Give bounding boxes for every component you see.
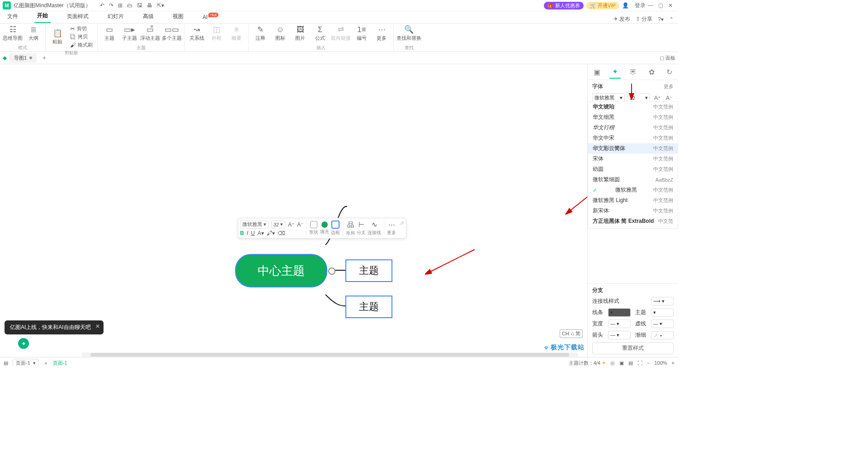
format-painter-button[interactable]: 🖌格式刷	[68, 41, 94, 49]
fb-highlight-button[interactable]: 🖍▾	[267, 230, 275, 236]
topic-color-select[interactable]: ▾	[651, 308, 674, 317]
fb-font-color-button[interactable]: A▾	[258, 230, 264, 236]
fb-clear-format-button[interactable]: ⌫	[278, 230, 285, 236]
close-icon[interactable]: ✕	[665, 2, 675, 9]
fb-underline-button[interactable]: U	[251, 230, 255, 236]
collapse-ribbon-icon[interactable]: ⌃	[669, 16, 674, 23]
fb-connector-button[interactable]: ∿连接线	[368, 221, 381, 236]
menu-file[interactable]: 文件	[5, 11, 21, 23]
relation-button[interactable]: ↝关系线	[188, 25, 206, 42]
font-option[interactable]: 方正姚体中文范例	[588, 226, 678, 229]
menu-slide[interactable]: 幻灯片	[105, 11, 127, 23]
sp-tab-topic-icon[interactable]: ▣	[591, 66, 603, 78]
font-option[interactable]: 新宋体中文范例	[588, 206, 678, 216]
save-icon[interactable]: 🖫	[137, 2, 142, 9]
fb-bold-button[interactable]: B	[240, 230, 244, 236]
page-label[interactable]: 页面-1	[53, 360, 67, 367]
fb-border-button[interactable]: 边框	[331, 221, 340, 236]
sb-fit-icon[interactable]: ▣	[619, 360, 624, 366]
undo-icon[interactable]: ↶	[100, 2, 104, 9]
font-option[interactable]: 华文中宋中文范例	[588, 133, 678, 143]
fb-fill-button[interactable]: 填充	[320, 221, 329, 235]
sb-format-icon[interactable]: ▤	[628, 360, 633, 366]
publish-button[interactable]: ✈ 发布	[613, 15, 630, 23]
fb-branch-button[interactable]: ⊢分支	[357, 221, 366, 236]
formula-button[interactable]: Σ公式	[311, 25, 329, 42]
fb-italic-button[interactable]: I	[247, 230, 248, 236]
center-topic-node[interactable]: 中心主题	[235, 254, 327, 287]
canvas[interactable]: 中心主题 主题 主题 主题 微软雅黑 ▾ 32 ▾ A⁺ A⁻ B I U A▾…	[0, 64, 587, 357]
menu-ai[interactable]: AIHot	[200, 12, 221, 23]
sp-tab-theme-icon[interactable]: ✿	[646, 66, 657, 78]
share-button[interactable]: ⇪ 分享	[636, 15, 652, 23]
panel-toggle-button[interactable]: ▢ 面板	[660, 55, 675, 61]
numbering-button[interactable]: 1≡编号	[353, 25, 371, 42]
fb-shape-button[interactable]: 形状	[309, 221, 318, 235]
decrease-font-icon[interactable]: A⁻	[665, 95, 674, 101]
fb-font-select[interactable]: 微软雅黑 ▾	[240, 220, 269, 229]
ai-fab-button[interactable]: ✦	[18, 338, 29, 349]
font-more-link[interactable]: 更多	[664, 83, 674, 90]
font-option[interactable]: 幼圆中文范例	[588, 164, 678, 174]
maximize-icon[interactable]: ▢	[656, 2, 665, 9]
font-option[interactable]: 华文彩云简体中文范例	[588, 143, 678, 154]
redo-icon[interactable]: ↷	[109, 2, 113, 9]
multi-topic-button[interactable]: ▭▭多个主题	[162, 25, 182, 42]
cut-button[interactable]: ✂剪切	[68, 25, 94, 33]
fb-more-button[interactable]: ⋯更多	[387, 221, 396, 236]
find-replace-button[interactable]: 🔍查找和替换	[396, 25, 421, 42]
login-button[interactable]: 👤 登录	[622, 2, 646, 9]
help-icon[interactable]: ?▾	[658, 16, 664, 23]
font-option[interactable]: 华文琥珀中文范例	[588, 102, 678, 112]
page-select[interactable]: 页面-1 ▾	[13, 359, 39, 367]
copy-button[interactable]: ⿻拷贝	[68, 33, 94, 41]
icon-button[interactable]: ☺图标	[271, 25, 289, 42]
conn-style-select[interactable]: ⟶ ▾	[651, 297, 674, 306]
zoom-in-button[interactable]: +	[672, 360, 675, 366]
promo-new-badge[interactable]: 🎁 新人优惠券	[544, 2, 584, 9]
fb-size-select[interactable]: 32 ▾	[271, 221, 285, 228]
line-dash-select[interactable]: — ▾	[651, 320, 674, 328]
font-option[interactable]: 微软繁细圆AaBbzZ	[588, 174, 678, 185]
zoom-out-button[interactable]: −	[647, 360, 650, 366]
promo-vip-badge[interactable]: 🛒 开通VIP	[586, 2, 619, 9]
add-tab-button[interactable]: ＋	[41, 54, 47, 62]
font-option[interactable]: ✓微软雅黑中文范例	[588, 185, 678, 195]
font-option[interactable]: 华文行楷中文范例	[588, 122, 678, 133]
sb-fullscreen-icon[interactable]: ⛶	[637, 360, 642, 366]
doc-tab-1[interactable]: 导图1	[9, 53, 37, 63]
fb-layout-button[interactable]: 品布局	[346, 221, 355, 236]
print-icon[interactable]: 🖶	[147, 2, 152, 9]
export-icon[interactable]: ⇱▾	[157, 2, 164, 9]
mode-outline-button[interactable]: ≣大纲	[24, 25, 42, 42]
line-width-select[interactable]: — ▾	[608, 320, 631, 328]
image-button[interactable]: 🖼图片	[291, 25, 309, 42]
reset-style-button[interactable]: 重置样式	[592, 342, 674, 354]
menu-page-style[interactable]: 页面样式	[64, 11, 91, 23]
subtopic-button[interactable]: ▭▸子主题	[120, 25, 138, 42]
font-dropdown-list[interactable]: 华文琥珀中文范例华文细黑中文范例华文行楷中文范例华文中宋中文范例华文彩云简体中文…	[588, 101, 678, 229]
minimize-icon[interactable]: —	[646, 2, 656, 9]
arrow-select[interactable]: — ▾	[608, 331, 631, 339]
topic-button[interactable]: ▭主题	[100, 25, 118, 42]
mode-mindmap-button[interactable]: ☷思维导图	[3, 25, 23, 42]
font-option[interactable]: 方正坦黑体 简 ExtraBold中文范	[588, 216, 678, 226]
sb-locate-icon[interactable]: ◎	[610, 360, 615, 366]
font-option[interactable]: 华文细黑中文范例	[588, 112, 678, 122]
new-icon[interactable]: ⊞	[118, 2, 123, 9]
sb-layers-icon[interactable]: ▤	[4, 360, 8, 366]
paste-button[interactable]: 📋粘贴	[48, 25, 66, 49]
line-color-select[interactable]: ▾	[608, 308, 631, 317]
increase-font-icon[interactable]: A⁺	[653, 95, 662, 101]
taper-select[interactable]: ⟋ ▾	[651, 331, 674, 339]
sp-tab-history-icon[interactable]: ↻	[664, 66, 675, 78]
toast-close-icon[interactable]: ✕	[95, 323, 100, 329]
menu-advanced[interactable]: 高级	[140, 11, 156, 23]
menu-start[interactable]: 开始	[34, 10, 51, 23]
horizontal-scrollbar[interactable]	[81, 352, 578, 357]
menu-view[interactable]: 视图	[170, 11, 186, 23]
font-option[interactable]: 微软雅黑 Light中文范例	[588, 195, 678, 206]
sub-topic-node-2[interactable]: 主题	[345, 296, 392, 318]
sub-topic-node-1[interactable]: 主题	[345, 259, 392, 282]
sb-add-page-button[interactable]: ＋	[43, 360, 48, 367]
